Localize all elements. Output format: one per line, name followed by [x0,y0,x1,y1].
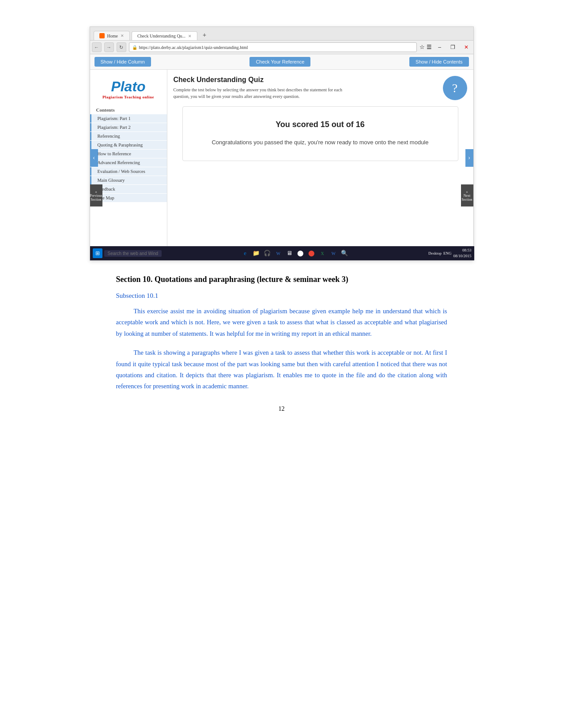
menu-icon[interactable]: ☰ [427,44,432,51]
tab-home-close[interactable]: ✕ [121,34,124,38]
minimize-button[interactable]: – [435,43,445,51]
nav-next-button[interactable]: »NextSection [461,184,473,206]
quiz-desc: Complete the test below by selecting the… [174,86,350,100]
quiz-score: You scored 15 out of 16 [192,120,449,129]
nav-item-plagiarism2[interactable]: Plagiarism: Part 2 [90,123,167,131]
paragraph-2: The task is showing a paragraphs where I… [116,347,447,392]
close-button[interactable]: ✕ [461,43,472,51]
address-bar[interactable]: 🔒 https://plato.derby.ac.uk/plagiarism1/… [129,42,417,52]
taskbar-headphones-icon[interactable]: 🎧 [262,248,272,258]
taskbar-date-display: 08/10/2015 [453,253,471,259]
plato-logo-text: Plato [94,79,162,95]
taskbar-search-input[interactable] [104,250,162,257]
plato-logo-sub: Plagiarism Teaching online [94,95,162,99]
nav-arrow-right[interactable]: › [465,149,473,167]
maximize-button[interactable]: ❐ [448,43,458,51]
taskbar-excel-icon[interactable]: X [317,248,327,258]
taskbar-icons: e 📁 🎧 W 🖥 ⬤ ⬤ X W 🔍 [163,248,427,258]
tab-home[interactable]: Home ✕ [94,31,130,40]
page-number: 12 [116,405,447,413]
taskbar-monitor-icon[interactable]: 🖥 [284,248,294,258]
tab-quiz-label: Check Understanding Qu... [137,34,185,38]
plato-content: Check Understanding Quiz Complete the te… [167,70,473,246]
forward-button[interactable]: → [104,42,114,52]
show-hide-column-button[interactable]: Show / Hide Column [94,57,151,67]
browser-actions: ☆ ☰ [419,44,432,51]
taskbar-search2-icon[interactable]: 🔍 [340,248,349,258]
lock-icon: 🔒 [132,45,137,50]
taskbar-circle-icon[interactable]: ⬤ [295,248,305,258]
taskbar-lang-label: ENG [443,251,452,255]
home-favicon [99,33,105,38]
tab-quiz[interactable]: Check Understanding Qu... ✕ [132,31,197,40]
taskbar-clock: 08:53 08/10/2015 [453,248,471,259]
quiz-icon: ? [443,76,467,100]
nav-arrow-left[interactable]: ‹ [90,149,98,167]
tab-quiz-close[interactable]: ✕ [188,34,192,38]
nav-item-how-to-ref[interactable]: How to Reference [90,150,167,158]
quiz-congrats: Congratulations you passed the quiz, you… [192,138,449,147]
tab-home-label: Home [107,34,118,38]
nav-item-adv-ref[interactable]: Advanced Referencing [90,158,167,167]
taskbar-folder-icon[interactable]: 📁 [251,248,261,258]
back-button[interactable]: ← [92,42,102,52]
plato-sidebar: Plato Plagiarism Teaching online Content… [90,70,167,246]
section-heading: Section 10. Quotations and paraphrasing … [116,275,447,284]
nav-item-referencing[interactable]: Referencing [90,132,167,140]
start-button[interactable]: ⊞ [93,248,102,258]
quiz-header: Check Understanding Quiz Complete the te… [174,76,467,100]
nav-prev-button[interactable]: «PreviousSection [90,184,102,206]
address-text: https://plato.derby.ac.uk/plagiarism1/qu… [139,45,248,50]
taskbar-ie-icon[interactable]: e [240,248,250,258]
new-tab-button[interactable]: + [199,30,210,40]
taskbar-word2-icon[interactable]: W [329,248,338,258]
nav-item-plagiarism1[interactable]: Plagiarism: Part 1 [90,114,167,123]
nav-label: Contents [90,104,167,114]
taskbar-desktop-label: Desktop [428,251,442,255]
taskbar-time-display: 08:53 [453,248,471,253]
quiz-result-box: You scored 15 out of 16 Congratulations … [182,106,458,161]
browser-tabs-bar: Home ✕ Check Understanding Qu... ✕ + [90,27,473,41]
browser-controls: ← → ↻ 🔒 https://plato.derby.ac.uk/plagia… [90,41,473,54]
check-reference-button[interactable]: Check Your Reference [249,57,310,67]
plato-main: Plato Plagiarism Teaching online Content… [90,70,473,246]
taskbar-word-icon[interactable]: W [273,248,283,258]
plato-logo: Plato Plagiarism Teaching online [90,74,167,104]
taskbar: ⊞ e 📁 🎧 W 🖥 ⬤ ⬤ X W 🔍 Desktop ENG 08:53 … [90,246,474,260]
refresh-button[interactable]: ↻ [117,42,126,52]
bookmark-icon[interactable]: ☆ [419,44,425,51]
plato-toolbar: Show / Hide Column Check Your Reference … [90,54,473,70]
taskbar-system-tray: Desktop ENG 08:53 08/10/2015 [428,248,472,259]
plato-website: Show / Hide Column Check Your Reference … [90,54,473,246]
document-content: Section 10. Quotations and paraphrasing … [90,275,474,413]
taskbar-chrome-icon[interactable]: ⬤ [306,248,316,258]
nav-item-eval-web[interactable]: Evaluation / Web Sources [90,167,167,176]
paragraph-1: This exercise assist me in avoiding situ… [116,306,447,339]
quiz-title: Check Understanding Quiz [174,76,350,84]
nav-item-glossary[interactable]: Main Glossary [90,176,167,184]
browser-window: Home ✕ Check Understanding Qu... ✕ + ← →… [90,26,474,261]
show-hide-contents-button[interactable]: Show / Hide Contents [409,57,469,67]
nav-item-quoting[interactable]: Quoting & Paraphrasing [90,141,167,149]
subsection-heading: Subsection 10.1 [116,292,447,300]
